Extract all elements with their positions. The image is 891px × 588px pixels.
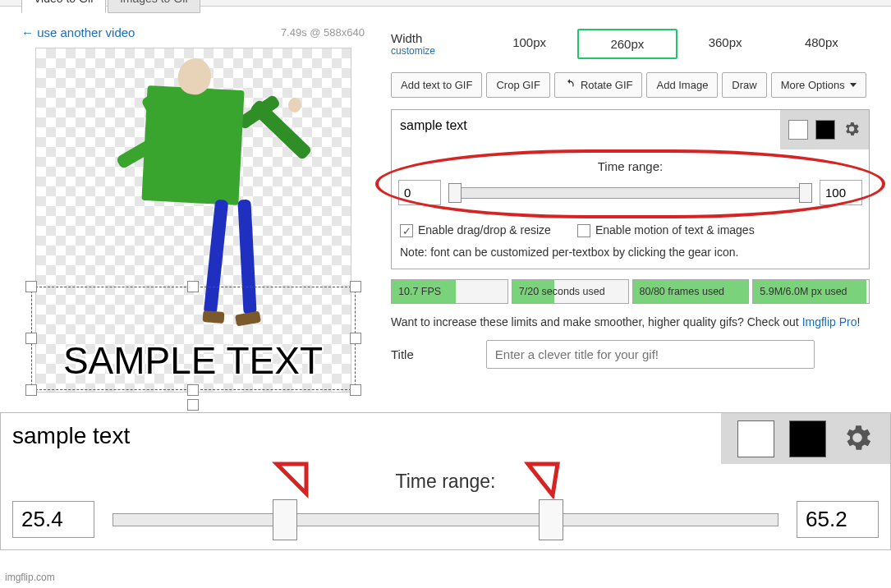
tab-video-to-gif[interactable]: Video to Gif [21, 0, 106, 13]
use-another-video-link[interactable]: ← use another video [21, 25, 135, 39]
resize-handle[interactable] [350, 281, 361, 292]
stat-frames: 80/80 frames used [632, 279, 750, 304]
text-settings-gear-icon[interactable] [843, 120, 861, 140]
width-option-260[interactable]: 260px [577, 29, 677, 59]
resize-handle[interactable] [350, 384, 361, 396]
zoom-time-end-input[interactable] [797, 501, 879, 538]
add-text-button[interactable]: Add text to GIF [391, 72, 482, 98]
add-image-button[interactable]: Add Image [646, 72, 718, 98]
zoom-color-swatch-white[interactable] [737, 420, 774, 457]
resize-handle[interactable] [187, 281, 199, 292]
zoom-color-swatch-black[interactable] [789, 420, 826, 457]
pro-note: Want to increase these limits and make s… [391, 315, 870, 328]
zoom-slider-handle-start[interactable] [273, 499, 297, 540]
title-label: Title [391, 347, 414, 361]
time-range-slider[interactable] [449, 187, 811, 199]
rotate-handle[interactable] [187, 399, 199, 411]
checkbox-icon [400, 224, 413, 237]
width-option-100[interactable]: 100px [481, 29, 577, 59]
time-start-input[interactable] [398, 180, 441, 205]
resize-handle[interactable] [25, 333, 37, 344]
zoomed-panel: Time range: [0, 412, 891, 550]
enable-motion-option[interactable]: Enable motion of text & images [577, 223, 755, 237]
rotate-icon [564, 78, 576, 92]
text-color-swatch-white[interactable] [788, 120, 808, 140]
enable-dragdrop-option[interactable]: Enable drag/drop & resize [400, 223, 551, 237]
checkbox-icon [577, 224, 590, 237]
tab-images-to-gif[interactable]: Images to Gif [108, 0, 200, 13]
zoom-slider-handle-end[interactable] [539, 499, 563, 540]
width-customize-link[interactable]: customize [391, 45, 481, 57]
tabs: Video to Gif Images to Gif [21, 0, 870, 13]
text-bounding-box[interactable]: SAMPLE TEXT [31, 287, 356, 390]
more-options-button[interactable]: More Options [771, 72, 866, 98]
resize-handle[interactable] [25, 384, 37, 396]
rotate-label: Rotate GIF [581, 79, 633, 91]
zoom-time-start-input[interactable] [12, 501, 94, 538]
stat-fps: 10.7 FPS [391, 279, 508, 304]
stat-px: 5.9M/6.0M px used [752, 279, 870, 304]
time-range-label: Time range: [398, 159, 862, 173]
crop-gif-button[interactable]: Crop GIF [486, 72, 549, 98]
width-option-480[interactable]: 480px [774, 29, 870, 59]
gif-preview[interactable]: SAMPLE TEXT [35, 48, 351, 393]
zoom-time-range-label: Time range: [12, 471, 879, 493]
zoom-gear-icon[interactable] [841, 421, 874, 457]
slider-handle-end[interactable] [799, 183, 812, 203]
width-option-360[interactable]: 360px [677, 29, 774, 59]
time-end-input[interactable] [820, 180, 862, 205]
resize-handle[interactable] [187, 384, 199, 396]
zoom-time-slider[interactable] [113, 513, 778, 526]
chevron-down-icon [850, 83, 857, 87]
resize-handle[interactable] [25, 281, 37, 292]
zoom-text-input[interactable] [1, 413, 721, 464]
text-content-input[interactable] [392, 110, 780, 149]
title-input[interactable] [486, 340, 815, 369]
video-meta: 7.49s @ 588x640 [281, 26, 365, 39]
outline-color-swatch-black[interactable] [815, 120, 835, 140]
font-note: Note: font can be customized per-textbox… [392, 246, 869, 269]
slider-handle-start[interactable] [448, 183, 462, 203]
rotate-gif-button[interactable]: Rotate GIF [554, 72, 643, 98]
more-options-label: More Options [781, 79, 845, 91]
stat-seconds: 7/20 seconds used [512, 279, 629, 304]
resize-handle[interactable] [350, 333, 361, 344]
imgflip-pro-link[interactable]: Imgflip Pro [802, 315, 857, 328]
overlay-text: SAMPLE TEXT [32, 338, 355, 383]
width-label: Width [391, 31, 481, 45]
draw-button[interactable]: Draw [722, 72, 766, 98]
